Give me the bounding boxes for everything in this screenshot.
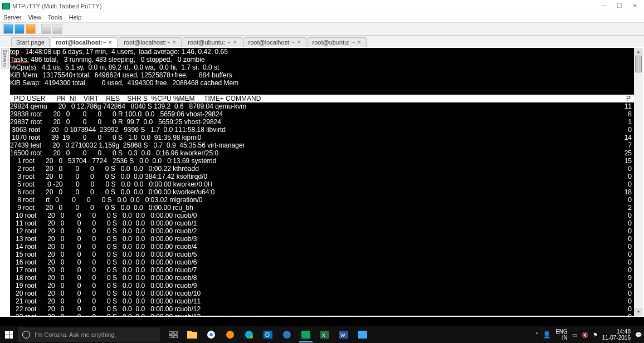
outlook-icon[interactable]: O	[259, 327, 277, 342]
session-tab[interactable]: root@localhost:~✕	[51, 37, 118, 47]
tab-close-icon[interactable]: ✕	[172, 40, 177, 45]
svg-text:X: X	[322, 332, 325, 338]
svg-rect-4	[187, 332, 197, 339]
svg-text:O: O	[265, 332, 270, 338]
tray-flag-icon[interactable]: ⚑	[593, 332, 598, 338]
maximize-button[interactable]: ☐	[617, 2, 622, 9]
menu-view[interactable]: View	[28, 14, 41, 21]
close-button[interactable]: ✕	[632, 2, 637, 9]
scroll-thumb[interactable]	[635, 56, 642, 72]
svg-rect-14	[301, 331, 310, 339]
titlebar: MTPuTTY (Multi-Tabbed PuTTY) ─ ☐ ✕	[0, 0, 644, 12]
tab-close-icon[interactable]: ✕	[357, 40, 362, 45]
tab-close-icon[interactable]: ✕	[297, 40, 301, 45]
tab-label: root@localhost:~	[124, 39, 170, 46]
toolbar-putty-icon[interactable]	[14, 24, 25, 34]
svg-point-8	[226, 331, 234, 339]
terminal-scrollbar[interactable]: ▴ ▾	[634, 48, 643, 316]
menu-tools[interactable]: Tools	[48, 14, 62, 21]
app-icon	[2, 3, 10, 9]
app-icon-generic[interactable]	[354, 327, 372, 342]
tab-label: root@localhost:~	[56, 39, 106, 46]
tray-notifications-icon[interactable]: 💬	[635, 332, 642, 338]
terminal[interactable]: top - 14:48:08 up 6 days, 17 min, 4 user…	[10, 48, 643, 316]
mtputty-taskbar-icon[interactable]	[297, 327, 315, 342]
servers-panel-tab[interactable]: Servers	[1, 48, 9, 68]
tray-volume-icon[interactable]: 🔇	[582, 332, 588, 338]
skype-icon[interactable]	[240, 327, 258, 342]
scroll-down-icon[interactable]: ▾	[634, 308, 643, 316]
edge-icon[interactable]	[278, 327, 296, 342]
start-button[interactable]	[0, 326, 18, 343]
scroll-up-icon[interactable]: ▴	[634, 48, 643, 56]
session-tab[interactable]: root@localhost:~✕	[243, 37, 306, 47]
tab-label: root@ubuntu: ~	[313, 39, 355, 46]
tab-label: root@ubuntu: ~	[188, 39, 230, 46]
cortana-search[interactable]: I'm Cortana. Ask me anything.	[18, 327, 160, 342]
svg-point-13	[283, 331, 291, 339]
svg-rect-3	[174, 335, 177, 338]
tab-label: Start page	[16, 39, 45, 46]
toolbar-folder-icon[interactable]	[26, 24, 36, 34]
svg-rect-0	[169, 331, 172, 334]
cortana-placeholder: I'm Cortana. Ask me anything.	[35, 331, 116, 338]
svg-rect-1	[174, 331, 177, 334]
word-icon[interactable]: W	[335, 327, 353, 342]
svg-rect-5	[187, 331, 192, 332]
menu-server[interactable]: Server	[3, 14, 21, 21]
file-explorer-icon[interactable]	[183, 327, 201, 342]
tray-chevron-icon[interactable]: ˄	[535, 332, 538, 338]
task-view-icon[interactable]	[164, 327, 182, 342]
excel-icon[interactable]: X	[316, 327, 334, 342]
cortana-icon	[22, 331, 30, 339]
toolbar	[0, 22, 644, 36]
tab-close-icon[interactable]: ✕	[108, 40, 113, 45]
menu-help[interactable]: Help	[69, 14, 82, 21]
toolbar-window-icon[interactable]	[52, 24, 62, 34]
window-title: MTPuTTY (Multi-Tabbed PuTTY)	[12, 3, 602, 9]
session-tab[interactable]: root@ubuntu: ~✕	[308, 37, 367, 47]
tray-people-icon[interactable]: 👤	[543, 331, 551, 339]
tab-close-icon[interactable]: ✕	[233, 40, 237, 45]
tab-label: root@localhost:~	[248, 39, 295, 46]
session-tab[interactable]: root@localhost:~✕	[119, 37, 182, 47]
toolbar-detach-icon[interactable]	[41, 24, 51, 34]
tray-clock[interactable]: 14:4811-07-2016	[602, 329, 631, 341]
svg-point-7	[209, 333, 213, 336]
windows-logo-icon	[5, 331, 13, 339]
chrome-icon[interactable]	[202, 327, 220, 342]
svg-text:W: W	[340, 332, 345, 338]
menubar: ServerViewToolsHelp	[0, 12, 644, 22]
svg-point-10	[250, 335, 253, 339]
tray-network-icon[interactable]: ▭	[572, 332, 577, 338]
taskbar: I'm Cortana. Ask me anything. O X W ˄ 👤 …	[0, 326, 644, 343]
session-tab[interactable]: root@ubuntu: ~✕	[183, 37, 242, 47]
tabstrip: Servers Start pageroot@localhost:~✕root@…	[0, 36, 644, 47]
toolbar-connect-icon[interactable]	[3, 24, 13, 34]
firefox-icon[interactable]	[221, 327, 239, 342]
svg-rect-2	[169, 335, 172, 338]
minimize-button[interactable]: ─	[602, 2, 607, 9]
tray-language[interactable]: ENGIN	[555, 329, 568, 341]
svg-rect-19	[358, 331, 367, 339]
session-tab[interactable]: Start page	[11, 37, 50, 47]
